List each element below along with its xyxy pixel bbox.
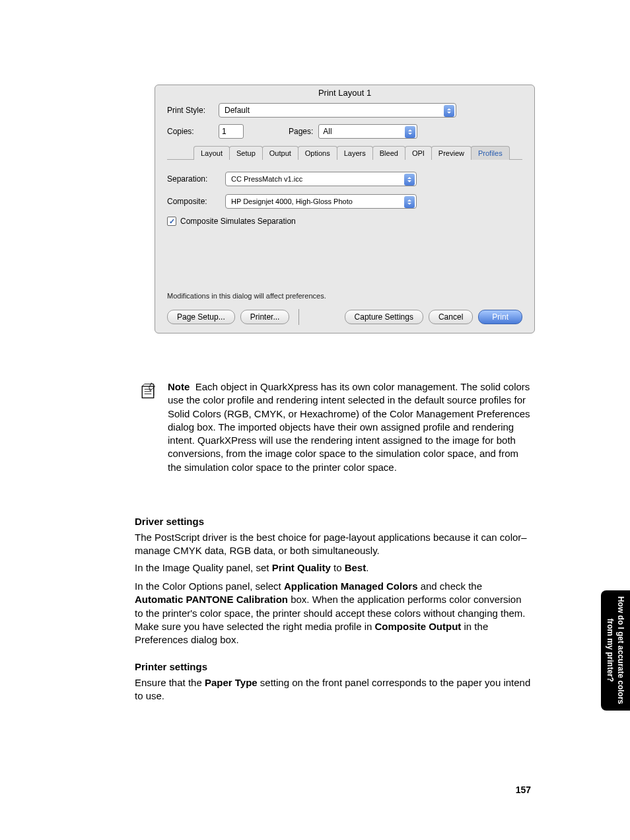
pages-value: All xyxy=(323,127,332,136)
driver-p2: In the Image Quality panel, set Print Qu… xyxy=(135,561,532,575)
separation-value: CC PressMatch v1.icc xyxy=(231,175,302,183)
print-style-label: Print Style: xyxy=(167,106,213,115)
note-text: Note Each object in QuarkXpress has its … xyxy=(168,380,532,474)
chevron-updown-icon xyxy=(404,174,415,186)
tab-profiles[interactable]: Profiles xyxy=(471,146,510,160)
chevron-updown-icon xyxy=(404,196,415,208)
tab-bleed[interactable]: Bleed xyxy=(372,146,405,160)
composite-simulates-label: Composite Simulates Separation xyxy=(180,217,296,226)
driver-p3: In the Color Options panel, select Appli… xyxy=(135,580,532,647)
composite-value: HP Designjet 4000, High-Gloss Photo xyxy=(231,197,353,205)
chevron-updown-icon xyxy=(444,105,454,117)
composite-label: Composite: xyxy=(167,197,219,206)
side-tab-line1: How do I get accurate colors xyxy=(617,596,626,704)
note-body: Each object in QuarkXpress has its own c… xyxy=(168,381,530,473)
side-tab: How do I get accurate colors from my pri… xyxy=(601,590,630,711)
page-number: 157 xyxy=(516,785,531,795)
svg-rect-0 xyxy=(142,386,154,398)
print-dialog: Print Layout 1 Print Style: Default Copi… xyxy=(155,85,535,333)
side-tab-line2: from my printer? xyxy=(606,619,615,682)
copies-input[interactable]: 1 xyxy=(219,124,244,139)
print-style-select[interactable]: Default xyxy=(219,103,456,118)
capture-settings-button[interactable]: Capture Settings xyxy=(345,310,423,324)
driver-p1: The PostScript driver is the best choice… xyxy=(135,531,532,558)
form-area: Print Style: Default Copies: 1 Pages: Al… xyxy=(155,103,534,300)
profiles-panel: Separation: CC PressMatch v1.icc Composi… xyxy=(167,159,522,300)
tab-layout[interactable]: Layout xyxy=(193,146,230,160)
cancel-button[interactable]: Cancel xyxy=(429,310,473,324)
dialog-button-row: Page Setup... Printer... Capture Setting… xyxy=(155,300,534,325)
composite-simulates-checkbox[interactable]: ✓ xyxy=(167,217,176,226)
print-style-value: Default xyxy=(225,106,250,115)
tab-layers[interactable]: Layers xyxy=(337,146,373,160)
print-button[interactable]: Print xyxy=(478,310,522,324)
note-label: Note xyxy=(168,381,190,392)
note-icon xyxy=(139,382,157,400)
tab-setup[interactable]: Setup xyxy=(229,146,263,160)
chevron-updown-icon xyxy=(405,126,415,138)
copies-value: 1 xyxy=(222,127,227,136)
tab-opi[interactable]: OPI xyxy=(405,146,432,160)
copies-label: Copies: xyxy=(167,127,213,136)
dialog-title: Print Layout 1 xyxy=(155,85,534,103)
page-setup-button[interactable]: Page Setup... xyxy=(167,310,235,324)
composite-select[interactable]: HP Designjet 4000, High-Gloss Photo xyxy=(225,194,417,209)
separation-select[interactable]: CC PressMatch v1.icc xyxy=(225,172,417,186)
pages-label: Pages: xyxy=(289,127,313,136)
dialog-tabs: Layout Setup Output Options Layers Bleed… xyxy=(193,145,522,159)
pages-input[interactable]: All xyxy=(318,124,417,139)
tab-preview[interactable]: Preview xyxy=(431,146,472,160)
separation-label: Separation: xyxy=(167,174,219,184)
printer-button[interactable]: Printer... xyxy=(240,310,290,324)
note-block: Note Each object in QuarkXpress has its … xyxy=(139,380,532,474)
tab-options[interactable]: Options xyxy=(298,146,337,160)
printer-settings-heading: Printer settings xyxy=(135,660,532,674)
dialog-footnote: Modifications in this dialog will affect… xyxy=(167,292,522,300)
driver-settings-heading: Driver settings xyxy=(135,515,532,528)
tab-output[interactable]: Output xyxy=(262,146,298,160)
divider xyxy=(298,309,299,325)
printer-p1: Ensure that the Paper Type setting on th… xyxy=(135,676,532,703)
